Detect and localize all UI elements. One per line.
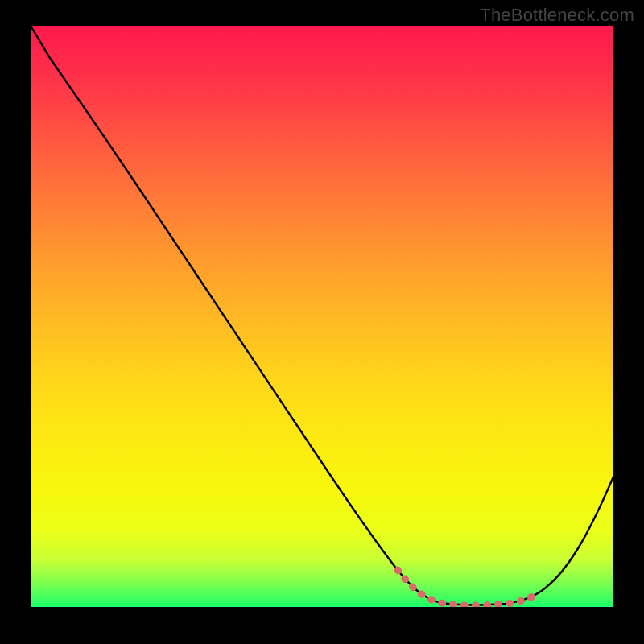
chart-plot-area	[31, 26, 613, 607]
optimal-range-marker	[31, 26, 613, 607]
watermark-text: TheBottleneck.com	[480, 5, 634, 26]
marker-path	[398, 570, 539, 605]
